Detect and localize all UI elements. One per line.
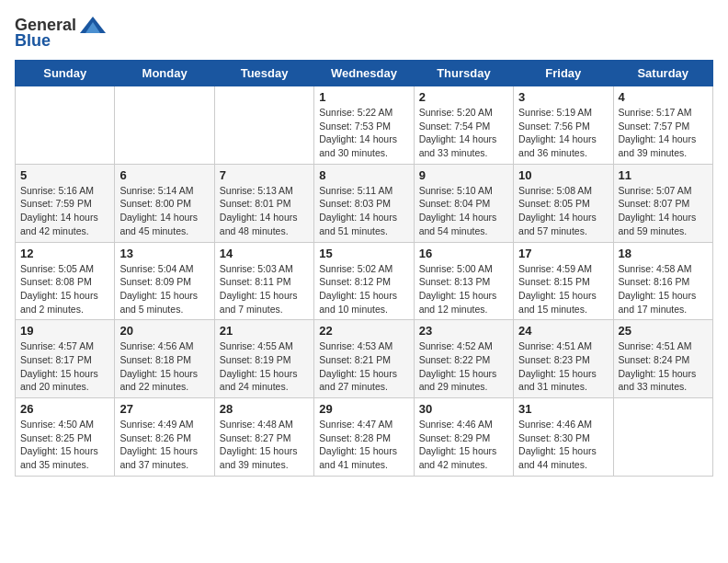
day-info: Sunrise: 5:10 AM Sunset: 8:04 PM Dayligh…	[419, 184, 508, 238]
calendar-cell: 29Sunrise: 4:47 AM Sunset: 8:28 PM Dayli…	[314, 398, 414, 477]
calendar-cell: 20Sunrise: 4:56 AM Sunset: 8:18 PM Dayli…	[115, 320, 214, 398]
day-number: 13	[119, 247, 209, 260]
calendar-cell: 4Sunrise: 5:17 AM Sunset: 7:57 PM Daylig…	[613, 86, 712, 165]
day-info: Sunrise: 5:14 AM Sunset: 8:00 PM Dayligh…	[119, 184, 209, 238]
weekday-header-friday: Friday	[514, 61, 613, 86]
day-info: Sunrise: 4:49 AM Sunset: 8:26 PM Dayligh…	[119, 418, 209, 472]
day-info: Sunrise: 4:56 AM Sunset: 8:18 PM Dayligh…	[119, 339, 209, 394]
day-info: Sunrise: 4:50 AM Sunset: 8:25 PM Dayligh…	[20, 418, 109, 472]
weekday-header-wednesday: Wednesday	[314, 61, 414, 86]
day-number: 28	[220, 402, 309, 416]
calendar-cell: 21Sunrise: 4:55 AM Sunset: 8:19 PM Dayli…	[214, 320, 313, 398]
day-info: Sunrise: 4:47 AM Sunset: 8:28 PM Dayligh…	[319, 418, 408, 472]
day-number: 6	[119, 168, 209, 182]
calendar-cell	[214, 86, 313, 165]
calendar-cell: 23Sunrise: 4:52 AM Sunset: 8:22 PM Dayli…	[414, 320, 513, 398]
calendar-cell: 12Sunrise: 5:05 AM Sunset: 8:08 PM Dayli…	[16, 242, 115, 320]
day-number: 20	[119, 324, 209, 338]
day-number: 16	[419, 247, 508, 260]
day-info: Sunrise: 5:17 AM Sunset: 7:57 PM Dayligh…	[619, 106, 708, 160]
calendar-cell: 11Sunrise: 5:07 AM Sunset: 8:07 PM Dayli…	[613, 164, 712, 242]
logo: General Blue	[15, 15, 106, 51]
calendar-cell: 19Sunrise: 4:57 AM Sunset: 8:17 PM Dayli…	[16, 320, 115, 398]
day-info: Sunrise: 5:02 AM Sunset: 8:12 PM Dayligh…	[319, 262, 408, 316]
day-number: 25	[619, 324, 708, 338]
calendar-cell	[613, 398, 712, 477]
day-info: Sunrise: 4:46 AM Sunset: 8:30 PM Dayligh…	[518, 418, 608, 472]
calendar-cell: 8Sunrise: 5:11 AM Sunset: 8:03 PM Daylig…	[314, 164, 414, 242]
calendar-cell: 15Sunrise: 5:02 AM Sunset: 8:12 PM Dayli…	[314, 242, 414, 320]
day-info: Sunrise: 5:08 AM Sunset: 8:05 PM Dayligh…	[518, 184, 608, 238]
weekday-header-thursday: Thursday	[414, 61, 513, 86]
day-info: Sunrise: 4:51 AM Sunset: 8:23 PM Dayligh…	[518, 339, 608, 394]
day-number: 8	[319, 168, 408, 182]
calendar-cell: 1Sunrise: 5:22 AM Sunset: 7:53 PM Daylig…	[314, 86, 414, 165]
day-info: Sunrise: 4:59 AM Sunset: 8:15 PM Dayligh…	[518, 262, 608, 316]
logo-icon	[80, 15, 106, 35]
day-info: Sunrise: 4:58 AM Sunset: 8:16 PM Dayligh…	[619, 262, 708, 316]
day-number: 4	[619, 90, 708, 104]
calendar-cell: 2Sunrise: 5:20 AM Sunset: 7:54 PM Daylig…	[414, 86, 513, 165]
day-info: Sunrise: 5:22 AM Sunset: 7:53 PM Dayligh…	[319, 106, 408, 160]
day-number: 14	[220, 247, 309, 260]
day-number: 2	[419, 90, 508, 104]
day-info: Sunrise: 4:53 AM Sunset: 8:21 PM Dayligh…	[319, 339, 408, 394]
day-info: Sunrise: 5:07 AM Sunset: 8:07 PM Dayligh…	[619, 184, 708, 238]
day-number: 23	[419, 324, 508, 338]
day-number: 31	[518, 402, 608, 416]
day-number: 18	[619, 247, 708, 260]
week-row-4: 19Sunrise: 4:57 AM Sunset: 8:17 PM Dayli…	[16, 320, 713, 398]
calendar-cell: 3Sunrise: 5:19 AM Sunset: 7:56 PM Daylig…	[514, 86, 613, 165]
day-info: Sunrise: 4:55 AM Sunset: 8:19 PM Dayligh…	[220, 339, 309, 394]
calendar-cell	[115, 86, 214, 165]
weekday-header-tuesday: Tuesday	[214, 61, 313, 86]
calendar-cell: 27Sunrise: 4:49 AM Sunset: 8:26 PM Dayli…	[115, 398, 214, 477]
calendar-cell: 30Sunrise: 4:46 AM Sunset: 8:29 PM Dayli…	[414, 398, 513, 477]
calendar-cell: 25Sunrise: 4:51 AM Sunset: 8:24 PM Dayli…	[613, 320, 712, 398]
day-number: 27	[119, 402, 209, 416]
calendar-cell: 17Sunrise: 4:59 AM Sunset: 8:15 PM Dayli…	[514, 242, 613, 320]
week-row-3: 12Sunrise: 5:05 AM Sunset: 8:08 PM Dayli…	[16, 242, 713, 320]
calendar-cell: 18Sunrise: 4:58 AM Sunset: 8:16 PM Dayli…	[613, 242, 712, 320]
calendar-cell: 5Sunrise: 5:16 AM Sunset: 7:59 PM Daylig…	[16, 164, 115, 242]
weekday-header-row: SundayMondayTuesdayWednesdayThursdayFrid…	[16, 61, 713, 86]
day-number: 9	[419, 168, 508, 182]
header: General Blue	[15, 15, 713, 51]
week-row-1: 1Sunrise: 5:22 AM Sunset: 7:53 PM Daylig…	[16, 86, 713, 165]
day-number: 29	[319, 402, 408, 416]
day-info: Sunrise: 5:11 AM Sunset: 8:03 PM Dayligh…	[319, 184, 408, 238]
day-number: 17	[518, 247, 608, 260]
day-number: 21	[220, 324, 309, 338]
day-info: Sunrise: 5:16 AM Sunset: 7:59 PM Dayligh…	[20, 184, 109, 238]
day-number: 22	[319, 324, 408, 338]
day-info: Sunrise: 4:48 AM Sunset: 8:27 PM Dayligh…	[220, 418, 309, 472]
week-row-5: 26Sunrise: 4:50 AM Sunset: 8:25 PM Dayli…	[16, 398, 713, 477]
calendar-cell: 26Sunrise: 4:50 AM Sunset: 8:25 PM Dayli…	[16, 398, 115, 477]
calendar-cell: 16Sunrise: 5:00 AM Sunset: 8:13 PM Dayli…	[414, 242, 513, 320]
day-info: Sunrise: 5:04 AM Sunset: 8:09 PM Dayligh…	[119, 262, 209, 316]
day-number: 24	[518, 324, 608, 338]
day-info: Sunrise: 5:05 AM Sunset: 8:08 PM Dayligh…	[20, 262, 109, 316]
calendar-cell: 13Sunrise: 5:04 AM Sunset: 8:09 PM Dayli…	[115, 242, 214, 320]
logo-blue-text: Blue	[15, 31, 51, 51]
calendar-cell: 14Sunrise: 5:03 AM Sunset: 8:11 PM Dayli…	[214, 242, 313, 320]
day-info: Sunrise: 5:20 AM Sunset: 7:54 PM Dayligh…	[419, 106, 508, 160]
weekday-header-saturday: Saturday	[613, 61, 712, 86]
day-number: 1	[319, 90, 408, 104]
day-number: 15	[319, 247, 408, 260]
weekday-header-monday: Monday	[115, 61, 214, 86]
day-number: 19	[20, 324, 109, 338]
day-number: 11	[619, 168, 708, 182]
calendar-cell: 31Sunrise: 4:46 AM Sunset: 8:30 PM Dayli…	[514, 398, 613, 477]
weekday-header-sunday: Sunday	[16, 61, 115, 86]
calendar-cell: 24Sunrise: 4:51 AM Sunset: 8:23 PM Dayli…	[514, 320, 613, 398]
calendar-table: SundayMondayTuesdayWednesdayThursdayFrid…	[15, 60, 713, 477]
day-number: 10	[518, 168, 608, 182]
day-number: 3	[518, 90, 608, 104]
calendar-cell	[16, 86, 115, 165]
calendar-cell: 22Sunrise: 4:53 AM Sunset: 8:21 PM Dayli…	[314, 320, 414, 398]
calendar-cell: 9Sunrise: 5:10 AM Sunset: 8:04 PM Daylig…	[414, 164, 513, 242]
day-number: 26	[20, 402, 109, 416]
week-row-2: 5Sunrise: 5:16 AM Sunset: 7:59 PM Daylig…	[16, 164, 713, 242]
day-number: 12	[20, 247, 109, 260]
